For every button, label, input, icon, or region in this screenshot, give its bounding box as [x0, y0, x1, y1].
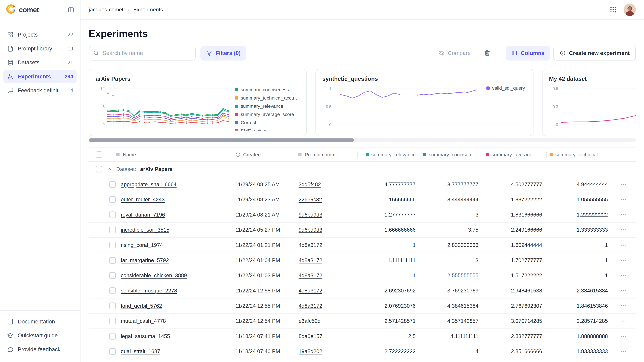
- svg-text:0.3: 0.3: [552, 104, 558, 109]
- metric-cell-summary-average-score: 1.702777777: [483, 257, 546, 264]
- row-menu-button[interactable]: [620, 242, 627, 248]
- sidebar-item-documentation[interactable]: Documentation: [3, 315, 77, 328]
- experiment-name-link[interactable]: royal_durian_7196: [121, 212, 165, 218]
- experiment-name-link[interactable]: mutual_cash_4778: [121, 318, 166, 324]
- chart-card-body: 0612summary_concisenesssummary_technical…: [96, 85, 300, 131]
- row-menu-button[interactable]: [620, 196, 627, 203]
- row-menu-button[interactable]: [620, 303, 627, 309]
- breadcrumb-workspace-link[interactable]: jacques-comet: [89, 6, 124, 13]
- column-header-prompt-commit[interactable]: Prompt commit: [294, 148, 358, 161]
- comet-logo[interactable]: comet: [6, 4, 39, 16]
- breadcrumb-current: Experiments: [133, 6, 163, 13]
- delete-button[interactable]: [480, 46, 494, 60]
- experiment-name-link[interactable]: dual_strait_1687: [121, 348, 160, 355]
- scrollbar-thumb[interactable]: [89, 138, 354, 142]
- created-cell: 11/22/24 01:04 PM: [232, 257, 294, 264]
- metric-color-dot: [366, 153, 369, 156]
- metric-cell-summary-technical-accuracy: 1.846153846: [546, 303, 612, 309]
- horizontal-scrollbar[interactable]: [89, 138, 636, 142]
- line-chart: 0612: [96, 85, 231, 131]
- group-dataset-link[interactable]: arXiv Papers: [140, 166, 172, 172]
- sidebar-item-provide-feedback[interactable]: Provide feedback: [3, 343, 77, 356]
- select-all-checkbox[interactable]: [96, 151, 102, 158]
- row-checkbox[interactable]: [109, 318, 116, 324]
- column-header-name[interactable]: Name: [112, 148, 232, 161]
- prompt-commit-link[interactable]: 22659c32: [298, 196, 322, 203]
- column-header-m3[interactable]: summary_average_score: [483, 148, 546, 161]
- row-checkbox[interactable]: [109, 242, 116, 248]
- chart-card-title: arXiv Papers: [96, 75, 300, 83]
- sidebar-collapse-icon[interactable]: [68, 6, 74, 13]
- experiment-name-link[interactable]: appropriate_snail_6664: [121, 181, 176, 188]
- row-menu-button[interactable]: [620, 212, 627, 218]
- chart-card-2[interactable]: My 42 dataset00.30.6: [542, 69, 636, 136]
- prompt-commit-link[interactable]: 4d8a3172: [298, 272, 322, 279]
- compare-button[interactable]: Compare: [433, 46, 476, 60]
- row-menu-button[interactable]: [620, 348, 627, 355]
- prompt-commit-link[interactable]: 3dd5f482: [298, 181, 321, 188]
- sidebar-item-prompt-library[interactable]: Prompt library19: [3, 42, 77, 55]
- avatar[interactable]: [624, 3, 636, 16]
- filters-button[interactable]: Filters (0): [200, 46, 246, 60]
- experiment-name-link[interactable]: fond_gerbil_5762: [121, 303, 162, 309]
- column-header-m2[interactable]: summary_conciseness: [420, 148, 483, 161]
- sidebar-item-label: Prompt library: [18, 45, 52, 52]
- prompt-commit-link[interactable]: 19a8d202: [298, 348, 322, 355]
- create-experiment-button[interactable]: Create new experiment: [554, 46, 636, 60]
- column-header-created[interactable]: Created: [232, 148, 294, 161]
- row-checkbox[interactable]: [109, 181, 116, 188]
- row-checkbox[interactable]: [109, 272, 116, 279]
- row-menu-button[interactable]: [620, 287, 627, 294]
- row-menu-button[interactable]: [620, 333, 627, 340]
- prompt-commit-link[interactable]: 9d6bd9d3: [298, 227, 322, 233]
- chart-card-0[interactable]: arXiv Papers0612summary_concisenesssumma…: [89, 69, 307, 136]
- columns-button[interactable]: Columns: [506, 46, 550, 60]
- experiment-name-link[interactable]: legal_satsuma_1455: [121, 333, 170, 339]
- row-checkbox[interactable]: [109, 348, 116, 355]
- prompt-commit-cell: e6afc52d: [294, 318, 358, 324]
- row-menu-button[interactable]: [620, 181, 627, 188]
- experiment-name-link[interactable]: outer_router_4243: [121, 196, 165, 203]
- created-cell: 11/18/24 07:40 PM: [232, 348, 294, 355]
- row-checkbox[interactable]: [109, 227, 116, 233]
- row-menu-button[interactable]: [620, 257, 627, 264]
- search-box[interactable]: [89, 46, 196, 60]
- row-checkbox[interactable]: [109, 212, 116, 218]
- row-menu-button[interactable]: [620, 318, 627, 324]
- row-checkbox[interactable]: [109, 287, 116, 294]
- prompt-commit-link[interactable]: 4d8a3172: [298, 288, 322, 294]
- sidebar-item-projects[interactable]: Projects22: [3, 28, 77, 41]
- column-header-m4[interactable]: summary_technical_accuracy: [546, 148, 612, 161]
- row-menu-button[interactable]: [620, 272, 627, 279]
- column-header-m1[interactable]: summary_relevance: [358, 148, 420, 161]
- metric-cell-summary-conciseness: 3: [420, 212, 483, 218]
- prompt-commit-link[interactable]: 9d6bd9d3: [298, 212, 322, 218]
- row-checkbox[interactable]: [109, 196, 116, 203]
- prompt-commit-link[interactable]: e6afc52d: [298, 318, 320, 324]
- row-menu-button[interactable]: [620, 227, 627, 233]
- sidebar-item-label: Feedback definitions: [18, 87, 66, 94]
- experiment-name-link[interactable]: far_margarine_5792: [121, 257, 169, 264]
- row-checkbox[interactable]: [109, 303, 116, 309]
- sidebar-item-datasets[interactable]: Datasets21: [3, 56, 77, 69]
- row-checkbox[interactable]: [109, 257, 116, 264]
- feedback-icon: [7, 87, 14, 94]
- experiment-name-link[interactable]: considerable_chicken_3889: [121, 272, 187, 279]
- experiment-name-link[interactable]: sensible_mosque_2278: [121, 288, 177, 294]
- group-checkbox[interactable]: [96, 166, 102, 172]
- sidebar-item-feedback-definitions[interactable]: Feedback definitions4: [3, 84, 77, 97]
- chart-card-1[interactable]: synthetic_questions00.51valid_sql_query: [316, 69, 534, 136]
- apps-grid-icon[interactable]: [610, 6, 617, 13]
- experiment-name-link[interactable]: rising_coral_1974: [121, 242, 163, 248]
- chevron-up-icon[interactable]: [106, 166, 112, 172]
- prompt-commit-link[interactable]: 4d8a3172: [298, 242, 322, 248]
- prompt-commit-link[interactable]: 8da0e157: [298, 333, 322, 339]
- sidebar-item-quickstart-guide[interactable]: Quickstart guide: [3, 329, 77, 343]
- prompt-commit-link[interactable]: 4d8a3172: [298, 303, 322, 309]
- table-row: dual_strait_168711/18/24 07:40 PM19a8d20…: [89, 344, 636, 359]
- search-input[interactable]: [103, 50, 191, 56]
- prompt-commit-link[interactable]: 4d8a3172: [298, 257, 322, 264]
- sidebar-item-experiments[interactable]: Experiments284: [3, 70, 77, 83]
- experiment-name-link[interactable]: incredible_soil_3515: [121, 227, 170, 233]
- row-checkbox[interactable]: [109, 333, 116, 340]
